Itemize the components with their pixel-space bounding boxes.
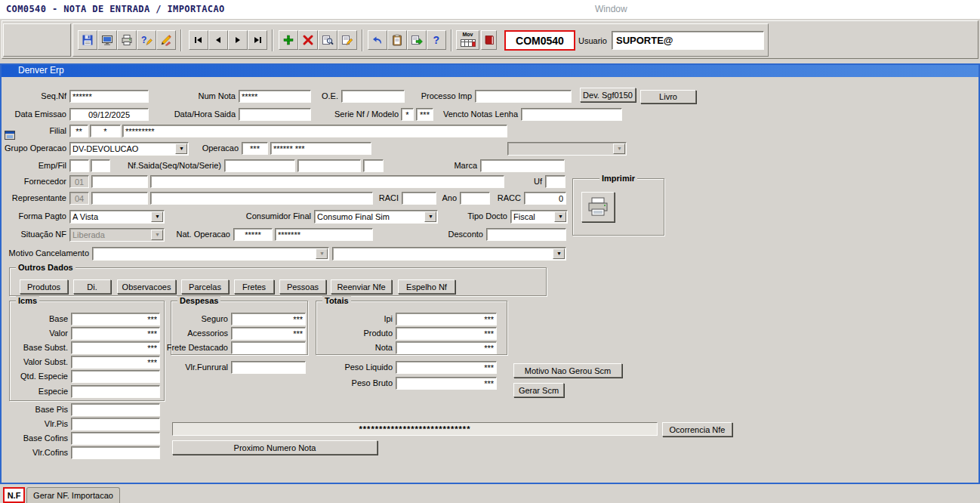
imprimir-print-button[interactable] xyxy=(581,192,615,222)
fretes-button[interactable]: Fretes xyxy=(234,279,274,294)
motivo-cancelamento-extra-select[interactable] xyxy=(332,247,566,261)
dropdown-arrow-icon[interactable] xyxy=(553,248,565,259)
book-button[interactable] xyxy=(481,30,497,50)
operacao-code-field[interactable] xyxy=(242,142,268,155)
vlr-funrural-field[interactable] xyxy=(231,361,306,374)
help-edit-button[interactable]: ? xyxy=(137,30,156,50)
marca-field[interactable] xyxy=(480,159,565,172)
num-nota-field[interactable] xyxy=(239,90,311,103)
tipo-docto-select[interactable]: Fiscal xyxy=(510,210,568,224)
search-form-button[interactable] xyxy=(318,30,337,50)
save-button[interactable] xyxy=(78,30,97,50)
representante-nome-field[interactable] xyxy=(150,192,373,205)
nf-saida-serie-field[interactable] xyxy=(363,159,384,172)
processo-imp-field[interactable] xyxy=(475,90,572,103)
produtos-button[interactable]: Produtos xyxy=(20,279,68,294)
last-record-button[interactable] xyxy=(248,30,267,50)
proximo-numero-nota-button[interactable]: Proximo Numero Nota xyxy=(172,440,378,455)
icms-qtd-especie-field[interactable] xyxy=(71,370,160,383)
dropdown-arrow-icon[interactable] xyxy=(424,211,436,222)
representante-num-field[interactable] xyxy=(91,192,148,205)
undo-button[interactable] xyxy=(368,30,387,50)
filial-nome-field[interactable] xyxy=(122,125,507,137)
operacao-extra-select[interactable] xyxy=(507,142,627,156)
fil-field[interactable] xyxy=(91,159,110,172)
gerar-scm-button[interactable]: Gerar Scm xyxy=(513,383,564,397)
modelo-field[interactable] xyxy=(416,108,433,121)
base-cofins-field[interactable] xyxy=(71,432,160,445)
peso-liquido-field[interactable] xyxy=(396,361,497,374)
fornecedor-num-field[interactable] xyxy=(91,175,148,188)
edit-form-button[interactable] xyxy=(337,30,357,50)
prev-record-button[interactable] xyxy=(208,30,228,50)
dropdown-arrow-icon[interactable] xyxy=(316,248,328,259)
tab-gerar-nf-importacao[interactable]: Gerar NF. Importacao xyxy=(26,487,120,503)
uf-field[interactable] xyxy=(545,175,566,188)
print-button[interactable] xyxy=(117,30,137,50)
operacao-desc-field[interactable] xyxy=(270,142,371,155)
frete-destacado-field[interactable] xyxy=(231,341,306,354)
dev-sgf0150-button[interactable]: Dev. Sgf0150 xyxy=(580,88,636,102)
nat-operacao-desc-field[interactable] xyxy=(275,228,373,241)
observacoes-button[interactable]: Observacoes xyxy=(117,279,176,294)
consumidor-final-select[interactable]: Consumo Final Sim xyxy=(314,210,438,224)
edit-multi-button[interactable] xyxy=(156,30,176,50)
dropdown-arrow-icon[interactable] xyxy=(613,143,625,154)
fornecedor-code-field[interactable] xyxy=(69,175,89,188)
vlr-cofins-field[interactable] xyxy=(71,446,160,459)
espelho-nf-button[interactable]: Espelho Nf xyxy=(398,279,455,294)
serie-field[interactable] xyxy=(401,108,414,121)
nat-operacao-code-field[interactable] xyxy=(233,228,273,241)
livro-button[interactable]: Livro xyxy=(640,90,696,103)
forma-pagto-select[interactable]: A Vista xyxy=(69,210,165,224)
insert-button[interactable] xyxy=(279,30,298,50)
motivo-cancelamento-select[interactable] xyxy=(92,247,329,261)
nf-saida-seq-field[interactable] xyxy=(224,159,295,172)
filial-fil-field[interactable] xyxy=(90,125,121,137)
dropdown-arrow-icon[interactable] xyxy=(151,230,163,240)
representante-code-field[interactable] xyxy=(69,192,89,205)
dropdown-arrow-icon[interactable] xyxy=(151,211,163,222)
acessorios-field[interactable] xyxy=(231,327,306,340)
ipi-field[interactable] xyxy=(396,313,497,326)
usuario-field[interactable] xyxy=(612,31,764,50)
parcelas-button[interactable]: Parcelas xyxy=(181,279,229,294)
dropdown-arrow-icon[interactable] xyxy=(175,143,187,154)
oe-field[interactable] xyxy=(341,90,405,103)
produto-field[interactable] xyxy=(396,327,497,340)
icms-base-field[interactable] xyxy=(71,313,160,326)
nf-saida-nota-field[interactable] xyxy=(297,159,361,172)
di-button[interactable]: Di. xyxy=(73,279,111,294)
dropdown-arrow-icon[interactable] xyxy=(554,211,566,222)
base-pis-field[interactable] xyxy=(71,403,160,416)
icms-valor-subst-field[interactable] xyxy=(71,356,160,369)
pessoas-button[interactable]: Pessoas xyxy=(279,279,326,294)
desconto-field[interactable] xyxy=(486,228,566,241)
first-record-button[interactable] xyxy=(189,30,208,50)
raci-field[interactable] xyxy=(402,192,436,205)
ocorrencia-nfe-button[interactable]: Ocorrencia Nfe xyxy=(662,422,732,437)
mov-button[interactable]: Mov xyxy=(456,30,479,50)
icms-base-subst-field[interactable] xyxy=(71,341,160,354)
situacao-nf-select[interactable]: Liberada xyxy=(69,228,165,242)
emp-field[interactable] xyxy=(69,159,89,172)
vencto-notas-lenha-field[interactable] xyxy=(521,108,622,121)
motivo-nao-gerou-scm-button[interactable]: Motivo Nao Gerou Scm xyxy=(513,363,622,378)
filial-emp-field[interactable] xyxy=(69,125,88,137)
icms-valor-field[interactable] xyxy=(71,327,160,340)
next-record-button[interactable] xyxy=(228,30,248,50)
nota-field[interactable] xyxy=(396,341,497,354)
ano-field[interactable] xyxy=(460,192,490,205)
data-hora-saida-field[interactable] xyxy=(239,108,311,121)
transfer-button[interactable] xyxy=(407,30,427,50)
help-button[interactable]: ? xyxy=(427,30,446,50)
paste-button[interactable] xyxy=(387,30,407,50)
screen-button[interactable] xyxy=(97,30,117,50)
fornecedor-nome-field[interactable] xyxy=(150,175,504,188)
seq-nf-field[interactable] xyxy=(69,90,149,103)
grupo-operacao-select[interactable]: DV-DEVOLUCAO xyxy=(69,142,189,156)
data-emissao-field[interactable] xyxy=(69,108,149,121)
seguro-field[interactable] xyxy=(231,313,306,326)
delete-button[interactable] xyxy=(298,30,318,50)
icms-especie-field[interactable] xyxy=(71,385,160,398)
